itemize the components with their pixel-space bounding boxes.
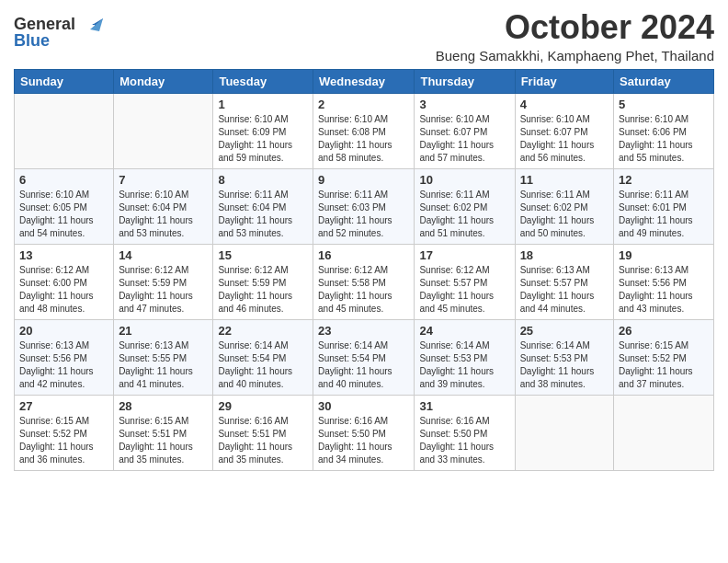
day-info: Sunrise: 6:10 AM Sunset: 6:08 PM Dayligh…: [318, 113, 409, 165]
calendar-day-cell: 11Sunrise: 6:11 AM Sunset: 6:02 PM Dayli…: [515, 168, 613, 244]
weekday-header-thursday: Thursday: [415, 69, 515, 93]
day-info: Sunrise: 6:10 AM Sunset: 6:07 PM Dayligh…: [419, 113, 509, 165]
day-info: Sunrise: 6:15 AM Sunset: 5:51 PM Dayligh…: [119, 415, 208, 466]
calendar-day-cell: 7Sunrise: 6:10 AM Sunset: 6:04 PM Daylig…: [114, 168, 213, 244]
calendar-day-cell: 31Sunrise: 6:16 AM Sunset: 5:50 PM Dayli…: [415, 395, 515, 470]
day-info: Sunrise: 6:14 AM Sunset: 5:54 PM Dayligh…: [218, 339, 308, 391]
calendar-day-cell: 14Sunrise: 6:12 AM Sunset: 5:59 PM Dayli…: [114, 244, 213, 319]
calendar-day-cell: 29Sunrise: 6:16 AM Sunset: 5:51 PM Dayli…: [213, 395, 313, 470]
day-number: 13: [19, 248, 108, 262]
day-number: 26: [619, 324, 709, 338]
day-number: 31: [419, 399, 509, 413]
day-number: 15: [218, 248, 308, 262]
day-info: Sunrise: 6:12 AM Sunset: 5:59 PM Dayligh…: [218, 264, 308, 316]
day-number: 12: [619, 173, 709, 187]
day-number: 29: [218, 399, 308, 413]
calendar-day-cell: 13Sunrise: 6:12 AM Sunset: 6:00 PM Dayli…: [15, 244, 114, 319]
day-info: Sunrise: 6:13 AM Sunset: 5:56 PM Dayligh…: [619, 264, 709, 316]
month-title: October 2024: [436, 9, 714, 46]
day-number: 25: [520, 324, 609, 338]
calendar-day-cell: 21Sunrise: 6:13 AM Sunset: 5:55 PM Dayli…: [114, 319, 213, 395]
day-info: Sunrise: 6:10 AM Sunset: 6:05 PM Dayligh…: [19, 189, 108, 240]
calendar-day-cell: 4Sunrise: 6:10 AM Sunset: 6:07 PM Daylig…: [515, 93, 613, 168]
day-number: 20: [19, 324, 108, 338]
weekday-header-sunday: Sunday: [15, 69, 114, 93]
calendar-day-cell: 27Sunrise: 6:15 AM Sunset: 5:52 PM Dayli…: [15, 395, 114, 470]
day-number: 22: [218, 324, 308, 338]
day-info: Sunrise: 6:13 AM Sunset: 5:55 PM Dayligh…: [119, 339, 208, 391]
calendar-day-cell: 12Sunrise: 6:11 AM Sunset: 6:01 PM Dayli…: [614, 168, 714, 244]
calendar-day-cell: 9Sunrise: 6:11 AM Sunset: 6:03 PM Daylig…: [313, 168, 415, 244]
weekday-header-friday: Friday: [515, 69, 613, 93]
day-info: Sunrise: 6:13 AM Sunset: 5:57 PM Dayligh…: [520, 264, 609, 316]
day-number: 4: [520, 98, 609, 111]
weekday-header-wednesday: Wednesday: [313, 69, 415, 93]
weekday-header-monday: Monday: [114, 69, 213, 93]
day-info: Sunrise: 6:12 AM Sunset: 6:00 PM Dayligh…: [19, 264, 108, 316]
calendar-day-cell: 10Sunrise: 6:11 AM Sunset: 6:02 PM Dayli…: [415, 168, 515, 244]
day-number: 3: [419, 98, 509, 111]
calendar-week-row: 13Sunrise: 6:12 AM Sunset: 6:00 PM Dayli…: [15, 244, 714, 319]
weekday-header-saturday: Saturday: [614, 69, 714, 93]
day-info: Sunrise: 6:12 AM Sunset: 5:57 PM Dayligh…: [419, 264, 509, 316]
calendar-week-row: 20Sunrise: 6:13 AM Sunset: 5:56 PM Dayli…: [15, 319, 714, 395]
calendar-day-cell: 24Sunrise: 6:14 AM Sunset: 5:53 PM Dayli…: [415, 319, 515, 395]
day-info: Sunrise: 6:10 AM Sunset: 6:04 PM Dayligh…: [119, 189, 208, 240]
calendar-day-cell: 16Sunrise: 6:12 AM Sunset: 5:58 PM Dayli…: [313, 244, 415, 319]
calendar-week-row: 27Sunrise: 6:15 AM Sunset: 5:52 PM Dayli…: [15, 395, 714, 470]
calendar-day-cell: 1Sunrise: 6:10 AM Sunset: 6:09 PM Daylig…: [213, 93, 313, 168]
day-number: 9: [318, 173, 409, 187]
day-number: 17: [419, 248, 509, 262]
day-number: 21: [119, 324, 208, 338]
day-info: Sunrise: 6:11 AM Sunset: 6:03 PM Dayligh…: [318, 189, 409, 240]
weekday-header-row: SundayMondayTuesdayWednesdayThursdayFrid…: [15, 69, 714, 93]
day-number: 14: [119, 248, 208, 262]
day-info: Sunrise: 6:11 AM Sunset: 6:04 PM Dayligh…: [218, 189, 308, 240]
day-info: Sunrise: 6:12 AM Sunset: 5:59 PM Dayligh…: [119, 264, 208, 316]
calendar-day-cell: 3Sunrise: 6:10 AM Sunset: 6:07 PM Daylig…: [415, 93, 515, 168]
day-info: Sunrise: 6:14 AM Sunset: 5:53 PM Dayligh…: [419, 339, 509, 391]
calendar-day-cell: [614, 395, 714, 470]
calendar-day-cell: [515, 395, 613, 470]
day-info: Sunrise: 6:11 AM Sunset: 6:02 PM Dayligh…: [520, 189, 609, 240]
day-info: Sunrise: 6:15 AM Sunset: 5:52 PM Dayligh…: [619, 339, 709, 391]
calendar-day-cell: 6Sunrise: 6:10 AM Sunset: 6:05 PM Daylig…: [15, 168, 114, 244]
calendar-day-cell: 22Sunrise: 6:14 AM Sunset: 5:54 PM Dayli…: [213, 319, 313, 395]
calendar-day-cell: 30Sunrise: 6:16 AM Sunset: 5:50 PM Dayli…: [313, 395, 415, 470]
day-number: 18: [520, 248, 609, 262]
day-info: Sunrise: 6:16 AM Sunset: 5:50 PM Dayligh…: [318, 415, 409, 466]
day-info: Sunrise: 6:15 AM Sunset: 5:52 PM Dayligh…: [19, 415, 108, 466]
day-info: Sunrise: 6:10 AM Sunset: 6:07 PM Dayligh…: [520, 113, 609, 165]
day-number: 23: [318, 324, 409, 338]
day-number: 11: [520, 173, 609, 187]
calendar-day-cell: [15, 93, 114, 168]
day-number: 5: [619, 98, 709, 111]
calendar-day-cell: 23Sunrise: 6:14 AM Sunset: 5:54 PM Dayli…: [313, 319, 415, 395]
calendar-day-cell: 28Sunrise: 6:15 AM Sunset: 5:51 PM Dayli…: [114, 395, 213, 470]
day-info: Sunrise: 6:14 AM Sunset: 5:54 PM Dayligh…: [318, 339, 409, 391]
day-number: 16: [318, 248, 409, 262]
day-number: 7: [119, 173, 208, 187]
calendar-day-cell: 19Sunrise: 6:13 AM Sunset: 5:56 PM Dayli…: [614, 244, 714, 319]
day-number: 27: [19, 399, 108, 413]
day-info: Sunrise: 6:10 AM Sunset: 6:09 PM Dayligh…: [218, 113, 308, 165]
day-number: 28: [119, 399, 208, 413]
day-number: 8: [218, 173, 308, 187]
calendar-day-cell: 18Sunrise: 6:13 AM Sunset: 5:57 PM Dayli…: [515, 244, 613, 319]
day-number: 6: [19, 173, 108, 187]
calendar-day-cell: 8Sunrise: 6:11 AM Sunset: 6:04 PM Daylig…: [213, 168, 313, 244]
calendar-day-cell: 15Sunrise: 6:12 AM Sunset: 5:59 PM Dayli…: [213, 244, 313, 319]
calendar-week-row: 1Sunrise: 6:10 AM Sunset: 6:09 PM Daylig…: [15, 93, 714, 168]
day-number: 19: [619, 248, 709, 262]
calendar-day-cell: 20Sunrise: 6:13 AM Sunset: 5:56 PM Dayli…: [15, 319, 114, 395]
calendar-day-cell: 2Sunrise: 6:10 AM Sunset: 6:08 PM Daylig…: [313, 93, 415, 168]
calendar-week-row: 6Sunrise: 6:10 AM Sunset: 6:05 PM Daylig…: [15, 168, 714, 244]
location-title: Bueng Samakkhi, Kamphaeng Phet, Thailand: [436, 48, 714, 63]
day-number: 30: [318, 399, 409, 413]
day-info: Sunrise: 6:10 AM Sunset: 6:06 PM Dayligh…: [619, 113, 709, 165]
calendar-day-cell: 26Sunrise: 6:15 AM Sunset: 5:52 PM Dayli…: [614, 319, 714, 395]
day-info: Sunrise: 6:11 AM Sunset: 6:01 PM Dayligh…: [619, 189, 709, 240]
day-number: 2: [318, 98, 409, 111]
day-info: Sunrise: 6:16 AM Sunset: 5:50 PM Dayligh…: [419, 415, 509, 466]
logo-bird-icon: [77, 11, 105, 35]
